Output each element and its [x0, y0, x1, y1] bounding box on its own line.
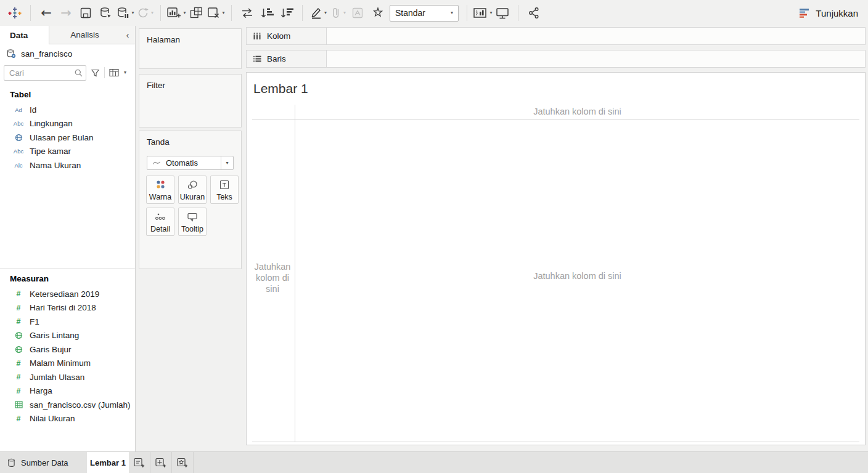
back-button[interactable]: ←	[36, 4, 56, 22]
detail-button[interactable]: Detail	[146, 208, 174, 236]
measure-field[interactable]: # Jumlah Ulasan	[0, 370, 135, 384]
size-circles-icon	[186, 176, 199, 193]
data-pane: Data Analisis ‹ san_francisco ▾ Tabel Ad…	[0, 26, 136, 451]
axis-divider-bottom	[252, 442, 859, 442]
dimension-field[interactable]: Abc Lingkungan	[0, 117, 135, 131]
new-worksheet-button[interactable]: ▾	[166, 4, 186, 22]
globe-icon	[11, 331, 26, 339]
columns-icon	[253, 32, 262, 40]
duplicate-button[interactable]	[186, 4, 206, 22]
field-type-icon: Abc	[11, 148, 26, 155]
dimension-field[interactable]: Alc Nama Ukuran	[0, 158, 135, 172]
dimension-field[interactable]: Ad Id	[0, 103, 135, 117]
swap-rows-columns-button[interactable]	[237, 4, 257, 22]
size-button[interactable]: Ukuran	[178, 176, 207, 204]
fit-selector-button[interactable]: ▾	[473, 4, 493, 22]
field-label: Ulasan per Bulan	[30, 133, 94, 142]
tableau-window: ← → ▾ ▾ ▾ ▾	[0, 0, 868, 473]
measure-field[interactable]: # Harga	[0, 384, 135, 398]
fit-mode-select[interactable]: Standar ▾	[390, 5, 459, 22]
divider	[104, 67, 105, 78]
chevron-down-icon: ▾	[451, 10, 453, 15]
highlight-button[interactable]: ▾	[308, 4, 328, 22]
worksheet-canvas[interactable]: Lembar 1 Jatuhkan kolom di sini Jatuhkan…	[246, 72, 866, 445]
rows-shelf-label: Baris	[246, 50, 327, 68]
new-dashboard-icon	[155, 457, 167, 468]
automatic-mark-icon	[152, 160, 161, 166]
database-icon	[6, 49, 16, 59]
pause-auto-updates-button[interactable]: ▾	[115, 4, 135, 22]
data-source-tab[interactable]: Sumber Data	[0, 452, 87, 473]
mark-type-value: Otomatis	[166, 158, 198, 168]
clear-sheet-button[interactable]: ▾	[206, 4, 226, 22]
measure-field[interactable]: Garis Lintang	[0, 329, 135, 343]
new-story-tab-button[interactable]	[172, 452, 194, 473]
field-type-icon: #	[11, 317, 26, 326]
rows-shelf[interactable]	[327, 50, 866, 68]
view-options-icon[interactable]	[109, 68, 120, 77]
sort-ascending-button[interactable]	[257, 4, 277, 22]
measure-field[interactable]: san_francisco.csv (Jumlah)	[0, 398, 135, 412]
measures-section: Measuran # Ketersediaan 2019 # Hari Teri…	[0, 269, 135, 426]
axis-divider-horizontal	[252, 119, 859, 119]
text-button[interactable]: Teks	[210, 176, 239, 204]
field-type-icon: #	[11, 289, 26, 298]
refresh-button[interactable]: ▾	[135, 4, 155, 22]
tooltip-button[interactable]: Tooltip	[178, 208, 207, 236]
rows-shelf-row: Baris	[246, 50, 866, 68]
drop-zone-columns[interactable]: Jatuhkan kolom di sini	[295, 107, 859, 116]
dimension-field[interactable]: Abc Tipe kamar	[0, 145, 135, 159]
group-members-button[interactable]: ▾	[328, 4, 348, 22]
field-type-icon: Ad	[11, 107, 26, 113]
fix-axes-button[interactable]	[367, 4, 387, 22]
tab-data[interactable]: Data	[0, 26, 49, 44]
measure-field[interactable]: Garis Bujur	[0, 342, 135, 357]
new-dashboard-tab-button[interactable]	[150, 452, 172, 473]
fit-mode-value: Standar	[395, 8, 425, 18]
search-input[interactable]	[4, 65, 86, 81]
show-me-button[interactable]: Tunjukkan	[799, 8, 858, 18]
measure-field[interactable]: # Hari Terisi di 2018	[0, 301, 135, 315]
columns-label: Kolom	[267, 31, 290, 41]
datasource-item[interactable]: san_francisco	[0, 44, 135, 63]
field-type-icon: #	[11, 373, 26, 381]
columns-shelf[interactable]	[327, 27, 866, 45]
detail-label: Detail	[150, 225, 170, 233]
marks-label: Tanda	[139, 131, 241, 147]
share-button[interactable]	[524, 4, 544, 22]
forward-button[interactable]: →	[56, 4, 76, 22]
color-button[interactable]: Warna	[146, 176, 174, 204]
detail-dots-icon	[155, 208, 166, 225]
measure-field[interactable]: # Malam Minimum	[0, 357, 135, 371]
field-label: Nilai Ukuran	[30, 414, 75, 423]
pages-card[interactable]: Halaman	[139, 28, 242, 69]
tab-analytics[interactable]: Analisis	[49, 26, 120, 44]
globe-icon	[11, 346, 26, 354]
measure-field[interactable]: # Ketersediaan 2019	[0, 287, 135, 301]
presentation-mode-button[interactable]	[493, 4, 512, 22]
drop-zone-data[interactable]: Jatuhkan kolom di sini	[295, 271, 859, 281]
new-worksheet-tab-button[interactable]	[129, 452, 150, 473]
dimension-field[interactable]: Ulasan per Bulan	[0, 131, 135, 145]
datasource-name: san_francisco	[21, 49, 72, 59]
measure-field[interactable]: # F1	[0, 315, 135, 329]
active-sheet-tab[interactable]: Lembar 1	[87, 452, 129, 473]
filter-fields-icon[interactable]	[91, 68, 100, 78]
collapse-pane-icon[interactable]: ‹	[120, 26, 135, 44]
search-row: ▾	[0, 63, 135, 83]
chevron-down-icon[interactable]: ▾	[124, 70, 126, 75]
save-button[interactable]	[76, 4, 96, 22]
new-data-source-button[interactable]	[96, 4, 115, 22]
drop-zone-rows[interactable]: Jatuhkan kolom di sini	[251, 261, 294, 294]
chevron-down-icon: ▾	[221, 156, 233, 169]
mark-type-dropdown[interactable]: Otomatis ▾	[147, 156, 234, 170]
measure-field[interactable]: # Nilai Ukuran	[0, 412, 135, 426]
show-mark-labels-button[interactable]	[348, 4, 367, 22]
tableau-logo-icon	[5, 4, 25, 22]
sort-descending-button[interactable]	[277, 4, 297, 22]
field-type-icon: #	[11, 304, 26, 312]
filters-card[interactable]: Filter	[139, 74, 242, 127]
table-count-icon	[11, 401, 26, 408]
filters-label: Filter	[139, 75, 241, 90]
field-label: Jumlah Ulasan	[30, 373, 84, 382]
